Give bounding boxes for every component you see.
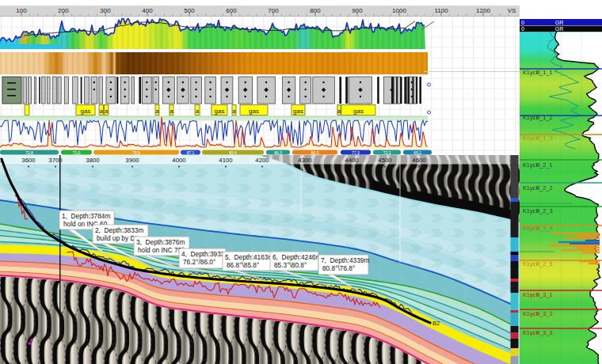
- svg-text:gas: gas: [249, 108, 259, 115]
- svg-text:4400: 4400: [345, 157, 359, 164]
- svg-text:K1ycⅢ_2_4: K1ycⅢ_2_4: [523, 225, 553, 232]
- svg-text:B2: B2: [432, 320, 440, 327]
- svg-text:K1ycⅢ_1_2: K1ycⅢ_1_2: [523, 114, 553, 121]
- svg-text:80.8°\76.8°: 80.8°\76.8°: [322, 264, 355, 272]
- svg-text:K1ycⅢ_1_3: K1ycⅢ_1_3: [523, 135, 553, 142]
- svg-text:71.0: 71.0: [73, 150, 81, 155]
- svg-text:5, Depth:4163m: 5, Depth:4163m: [225, 253, 273, 261]
- svg-text:a: a: [100, 108, 104, 115]
- svg-text:0: 0: [521, 26, 524, 32]
- svg-text:K1ycⅢ_2_1: K1ycⅢ_2_1: [523, 161, 553, 169]
- svg-text:gas: gas: [215, 108, 225, 115]
- svg-text:72.8: 72.8: [25, 150, 33, 155]
- svg-text:4100: 4100: [219, 157, 233, 164]
- svg-text:K1ycⅢ_2_5: K1ycⅢ_2_5: [523, 260, 553, 267]
- svg-text:K1ycⅢ_3_2: K1ycⅢ_3_2: [523, 310, 553, 317]
- svg-text:77.3: 77.3: [352, 150, 360, 155]
- svg-text:1100: 1100: [434, 7, 448, 14]
- svg-text:86.8°\85.8°: 86.8°\85.8°: [227, 261, 259, 269]
- svg-text:gas: gas: [293, 108, 303, 115]
- svg-text:75.9: 75.9: [132, 150, 140, 155]
- svg-text:80.3: 80.3: [311, 150, 319, 155]
- svg-text:K1ycⅢ_2_3: K1ycⅢ_2_3: [523, 207, 553, 214]
- svg-text:4600: 4600: [412, 157, 426, 164]
- svg-text:69.2: 69.2: [413, 150, 421, 155]
- svg-text:4300: 4300: [298, 157, 312, 164]
- svg-text:700: 700: [268, 7, 279, 14]
- svg-text:500: 500: [184, 7, 195, 14]
- svg-text:gas: gas: [81, 108, 91, 115]
- svg-text:3, Depth:3876m: 3, Depth:3876m: [136, 238, 185, 246]
- svg-text:0: 0: [521, 20, 524, 25]
- svg-text:K1ycⅢ_3_1: K1ycⅢ_3_1: [523, 291, 553, 298]
- svg-text:6, Depth:4246m: 6, Depth:4246m: [272, 253, 321, 261]
- svg-text:200: 200: [58, 7, 69, 14]
- svg-text:a: a: [105, 108, 109, 115]
- svg-text:72.2: 72.2: [383, 150, 391, 155]
- svg-text:K1ycⅢ_3_3: K1ycⅢ_3_3: [523, 329, 553, 336]
- svg-text:K1ycⅢ_1_1: K1ycⅢ_1_1: [523, 69, 553, 76]
- svg-text:a: a: [155, 108, 159, 115]
- svg-text:1000: 1000: [392, 7, 406, 14]
- svg-text:hold on INC 75°: hold on INC 75°: [138, 246, 185, 254]
- svg-text:GR: GR: [555, 26, 564, 32]
- svg-text:GR: GR: [555, 20, 564, 25]
- svg-text:3600: 3600: [21, 157, 36, 164]
- svg-text:7, Depth:4339m: 7, Depth:4339m: [321, 256, 369, 264]
- svg-text:4500: 4500: [378, 157, 392, 164]
- svg-text:a: a: [232, 108, 236, 115]
- svg-text:2, Depth:3833m: 2, Depth:3833m: [95, 226, 143, 234]
- svg-text:800: 800: [310, 7, 321, 14]
- svg-text:3800: 3800: [86, 157, 100, 164]
- svg-text:600: 600: [226, 7, 237, 14]
- svg-text:gas: gas: [353, 108, 364, 115]
- svg-text:300: 300: [100, 7, 111, 14]
- svg-text:4000: 4000: [172, 157, 186, 164]
- svg-text:3900: 3900: [125, 157, 139, 164]
- svg-text:86.3: 86.3: [274, 150, 282, 155]
- svg-text:1, Depth:3784m: 1, Depth:3784m: [62, 212, 110, 220]
- svg-text:87.1: 87.1: [187, 150, 195, 155]
- svg-text:4, Depth:3933: 4, Depth:3933: [181, 250, 225, 258]
- svg-text:1200: 1200: [476, 7, 490, 14]
- svg-text:3700: 3700: [48, 157, 63, 164]
- svg-text:VS: VS: [508, 7, 516, 14]
- svg-text:K1ycⅢ_2_2: K1ycⅢ_2_2: [523, 184, 553, 191]
- svg-text:100: 100: [16, 7, 27, 14]
- svg-text:900: 900: [352, 7, 363, 14]
- svg-text:4200: 4200: [255, 157, 269, 164]
- svg-text:85.3°\80.8°: 85.3°\80.8°: [274, 261, 307, 269]
- svg-text:a: a: [170, 108, 173, 115]
- svg-text:a: a: [337, 108, 341, 115]
- svg-text:85.4: 85.4: [229, 150, 237, 155]
- svg-text:400: 400: [142, 7, 153, 14]
- svg-text:76.2°/86.0°: 76.2°/86.0°: [183, 258, 215, 266]
- svg-text:build up by DL: build up by DL: [97, 234, 139, 242]
- svg-text:a: a: [196, 108, 200, 115]
